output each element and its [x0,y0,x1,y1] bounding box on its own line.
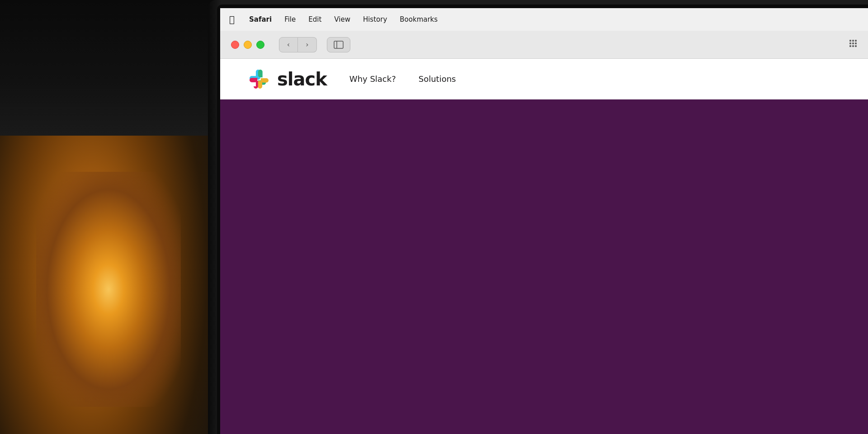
svg-rect-8 [849,45,851,47]
close-button[interactable] [231,41,239,49]
bulb-glow [36,172,181,407]
forward-arrow-icon: › [306,40,308,49]
nav-link-solutions[interactable]: Solutions [419,74,456,84]
menu-safari[interactable]: Safari [249,15,272,24]
menu-bar:  Safari File Edit View History Bookmark… [220,8,868,31]
menu-edit[interactable]: Edit [308,15,321,24]
safari-toolbar: ‹ › [220,31,868,59]
menu-history[interactable]: History [363,15,387,24]
svg-rect-6 [852,42,854,44]
grid-icon [849,40,859,50]
menu-file[interactable]: File [284,15,296,24]
svg-rect-5 [849,42,851,44]
nav-buttons: ‹ › [279,37,317,52]
slack-logo: slack [247,67,327,91]
website-content: slack Why Slack? Solutions [220,59,868,434]
sidebar-icon [334,41,344,49]
apple-menu[interactable]:  [229,14,235,25]
svg-rect-4 [855,40,857,42]
website-area: slack Why Slack? Solutions [220,59,868,434]
svg-rect-0 [334,41,343,48]
back-arrow-icon: ‹ [287,40,290,49]
sidebar-toggle-button[interactable] [327,37,350,52]
traffic-lights [231,41,264,49]
menu-view[interactable]: View [334,15,350,24]
slack-navbar: slack Why Slack? Solutions [220,59,868,99]
maximize-button[interactable] [256,41,264,49]
dark-overlay [208,0,222,434]
svg-rect-9 [852,45,854,47]
svg-rect-3 [852,40,854,42]
svg-rect-7 [855,42,857,44]
svg-rect-10 [855,45,857,47]
menu-bookmarks[interactable]: Bookmarks [400,15,438,24]
slack-logo-icon [247,67,271,91]
forward-button[interactable]: › [298,37,317,52]
nav-link-why-slack[interactable]: Why Slack? [349,74,396,84]
svg-rect-2 [849,40,851,42]
minimize-button[interactable] [244,41,252,49]
slack-hero-section [220,99,868,434]
slack-wordmark: slack [277,69,327,90]
grid-view-button[interactable] [841,31,868,58]
back-button[interactable]: ‹ [279,37,298,52]
